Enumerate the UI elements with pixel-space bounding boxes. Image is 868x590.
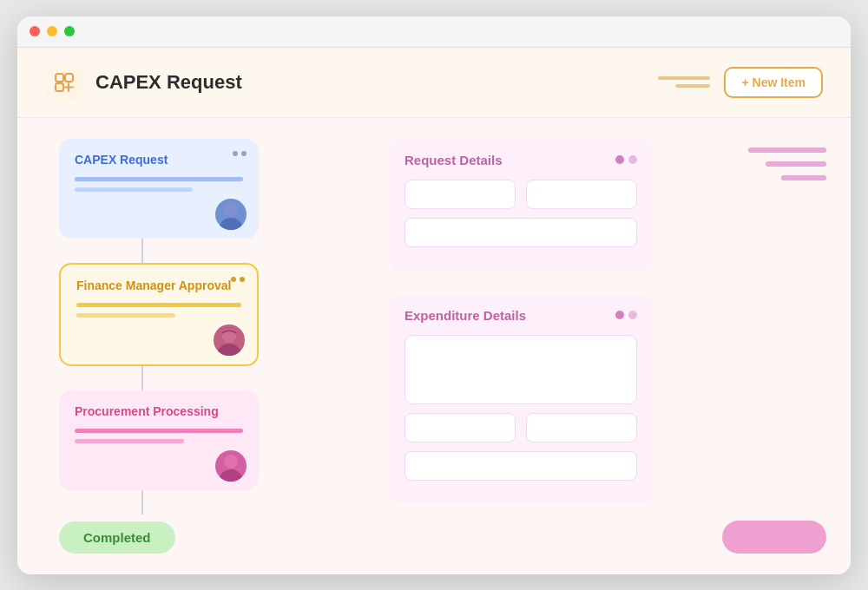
header: CAPEX Request + New Item [17,48,851,118]
request-section-dots [615,155,637,164]
expenditure-section-dots [615,311,637,319]
expenditure-textarea[interactable] [404,335,637,404]
finance-approval-card[interactable]: Finance Manager Approval [59,263,259,366]
workflow-panel: CAPEX Request [42,139,372,554]
page-title: CAPEX Request [95,71,242,94]
capex-line-1 [75,177,243,181]
svg-rect-0 [56,74,63,82]
request-section-header: Request Details [404,153,637,167]
request-section-title: Request Details [404,153,503,167]
odot1 [231,277,236,282]
right-items [748,148,826,180]
svg-point-3 [219,218,243,230]
procurement-line-1 [75,429,243,433]
completed-badge: Completed [59,521,175,554]
expenditure-section-title: Expenditure Details [404,308,526,323]
titlebar [17,16,851,48]
svg-point-8 [224,455,238,469]
finance-avatar [214,324,245,356]
header-left: CAPEX Request [45,63,242,102]
request-details-section: Request Details [389,139,653,270]
dot2 [241,151,247,156]
right-action-button[interactable] [722,521,826,554]
capex-line-2 [75,187,193,192]
svg-rect-2 [56,83,63,91]
connector-2 [141,366,143,390]
details-panel: Request Details Expendi [372,139,670,554]
main-content: CAPEX Request [17,118,851,574]
header-decoration [658,76,710,88]
expenditure-form-row [404,413,637,442]
finance-card-lines [76,303,241,318]
svg-point-5 [217,344,241,356]
finance-card-title: Finance Manager Approval [76,279,241,292]
finance-line-1 [76,303,241,307]
request-field-1[interactable] [404,180,516,209]
odot2 [240,277,245,282]
deco-line-2 [675,84,710,88]
dot1 [233,151,238,156]
right-panel [670,139,826,554]
procurement-card[interactable]: Procurement Processing [59,390,259,490]
app-body: CAPEX Request + New Item [17,48,851,574]
procurement-card-title: Procurement Processing [75,404,243,418]
header-right: + New Item [658,67,823,98]
right-line-2 [766,161,826,167]
right-line-3 [781,175,826,180]
deco-line-1 [658,76,710,80]
expenditure-field-1[interactable] [404,413,516,442]
expenditure-section-header: Expenditure Details [404,308,637,323]
app-icon [45,63,83,102]
request-field-wide[interactable] [404,218,637,247]
new-item-button[interactable]: + New Item [724,67,823,98]
exp-dot-1 [615,311,624,319]
capex-card-lines [75,177,243,192]
req-dot-2 [628,155,637,164]
finance-line-2 [76,313,175,318]
capex-avatar [215,199,247,230]
minimize-dot[interactable] [47,26,57,36]
exp-dot-2 [628,311,637,319]
request-field-2[interactable] [526,180,637,209]
capex-card-title: CAPEX Request [75,153,243,167]
procurement-line-2 [75,439,184,443]
maximize-dot[interactable] [64,26,75,36]
card-menu-dots[interactable] [233,151,247,156]
svg-rect-1 [65,74,73,82]
procurement-avatar [215,450,247,482]
procurement-card-lines [75,429,243,443]
expenditure-field-wide[interactable] [404,451,637,481]
expenditure-field-2[interactable] [526,413,637,442]
request-form-row-1 [404,180,637,209]
right-line-1 [748,148,826,153]
close-dot[interactable] [30,26,40,36]
svg-point-7 [219,469,243,482]
connector-1 [141,239,143,263]
app-window: CAPEX Request + New Item [17,16,851,574]
capex-request-card[interactable]: CAPEX Request [59,139,259,239]
card-menu-dots-2[interactable] [231,277,245,282]
req-dot-1 [615,155,624,164]
svg-point-4 [224,203,238,217]
connector-3 [141,490,143,515]
expenditure-details-section: Expenditure Details [389,294,653,503]
